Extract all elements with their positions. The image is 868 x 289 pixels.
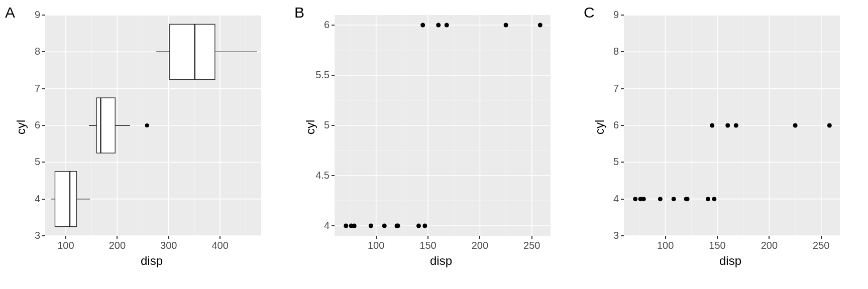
box [55, 172, 76, 227]
x-tick-label: 100 [361, 240, 391, 251]
x-axis-label: disp [430, 254, 452, 268]
data-point [633, 197, 637, 201]
y-tick-label: 8 [20, 46, 40, 57]
data-point [352, 224, 357, 228]
y-tick-label: 4 [309, 220, 330, 231]
x-tick-label: 200 [465, 240, 495, 251]
y-tick-label: 5 [599, 156, 619, 168]
x-axis-label: disp [141, 254, 163, 268]
y-tick-label: 9 [20, 9, 40, 21]
x-axis-label: disp [719, 254, 741, 268]
data-point [420, 23, 425, 28]
data-point [658, 197, 663, 201]
data-point [416, 224, 421, 228]
data-point [672, 197, 676, 201]
x-tick-label: 150 [413, 240, 443, 251]
panel-tag: C [584, 4, 595, 21]
data-point [710, 123, 714, 128]
outlier-point [145, 123, 149, 127]
y-tick-label: 7 [20, 83, 40, 94]
data-point [504, 23, 508, 28]
y-tick-label: 3 [599, 230, 619, 241]
data-point [436, 23, 441, 28]
data-point [725, 123, 730, 128]
data-point [382, 224, 387, 228]
y-tick-label: 8 [599, 46, 619, 57]
y-tick-label: 3 [20, 230, 40, 241]
data-point [734, 123, 738, 128]
data-point [396, 224, 400, 228]
x-tick-label: 150 [702, 240, 732, 251]
plot-area [624, 15, 840, 236]
x-tick-label: 200 [754, 240, 784, 251]
chart-panel-c: C3456789100150200250dispcyl [579, 0, 868, 289]
x-tick-label: 300 [154, 240, 184, 251]
data-point [712, 197, 716, 201]
y-tick-label: 4.5 [309, 170, 330, 181]
x-tick-label: 200 [102, 240, 132, 251]
panel-tag: A [5, 4, 15, 21]
data-point [793, 123, 798, 128]
data-point [344, 224, 348, 228]
data-point [445, 23, 449, 28]
data-point [369, 224, 373, 228]
y-axis-label: cyl [593, 120, 607, 134]
panel-tag: B [294, 4, 304, 21]
plot-area [335, 15, 551, 236]
plot-area [45, 15, 261, 236]
y-tick-label: 6 [309, 19, 330, 31]
x-tick-label: 400 [205, 240, 235, 251]
box [170, 24, 215, 79]
y-tick-label: 4 [20, 193, 40, 205]
x-tick-label: 250 [517, 240, 547, 251]
chart-panel-a: A3456789100200300400dispcyl [0, 0, 289, 289]
box [96, 98, 115, 153]
y-tick-label: 4 [599, 193, 619, 205]
data-point [827, 123, 832, 128]
y-tick-label: 5 [20, 156, 40, 168]
y-tick-label: 5.5 [309, 69, 330, 81]
data-point [641, 197, 646, 201]
data-point [422, 224, 427, 228]
y-axis-label: cyl [14, 120, 28, 134]
x-tick-label: 250 [806, 240, 836, 251]
chart-panel-b: B44.555.56100150200250dispcyl [289, 0, 579, 289]
data-point [685, 197, 690, 201]
x-tick-label: 100 [51, 240, 81, 251]
data-point [706, 197, 710, 201]
y-tick-label: 9 [599, 9, 619, 21]
y-tick-label: 7 [599, 83, 619, 94]
y-axis-label: cyl [303, 120, 317, 134]
x-tick-label: 100 [650, 240, 681, 251]
data-point [538, 23, 542, 28]
